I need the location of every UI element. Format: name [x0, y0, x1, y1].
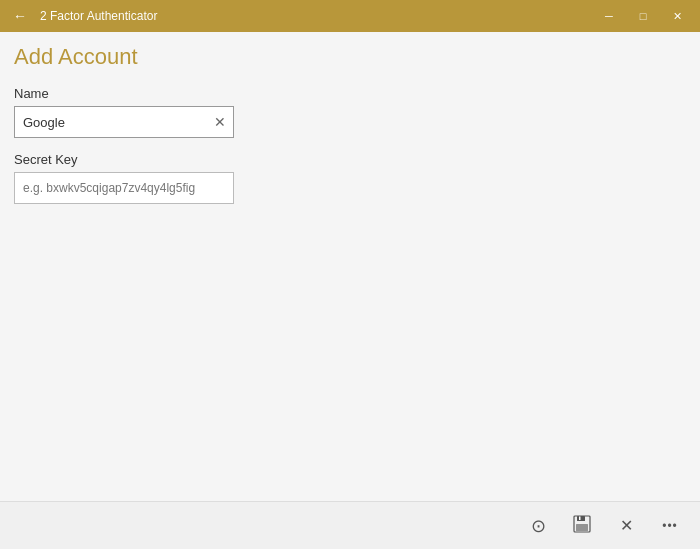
secret-key-label: Secret Key	[14, 152, 686, 167]
svg-rect-1	[577, 516, 585, 521]
save-icon	[573, 515, 591, 537]
content-area: Add Account Name ✕ Secret Key	[0, 32, 700, 501]
camera-button[interactable]: ⊙	[520, 508, 556, 544]
back-icon: ←	[13, 8, 27, 24]
more-button[interactable]: •••	[652, 508, 688, 544]
camera-icon: ⊙	[531, 515, 546, 537]
minimize-button[interactable]: ─	[594, 6, 624, 26]
clear-icon: ✕	[214, 114, 226, 130]
title-bar: ← 2 Factor Authenticator ─ □ ✕	[0, 0, 700, 32]
title-bar-left: ← 2 Factor Authenticator	[8, 4, 157, 28]
close-button[interactable]: ✕	[662, 6, 692, 26]
maximize-icon: □	[640, 10, 647, 22]
name-input-wrapper: ✕	[14, 106, 234, 138]
name-label: Name	[14, 86, 686, 101]
cancel-icon: ✕	[620, 516, 633, 535]
save-button[interactable]	[564, 508, 600, 544]
back-button[interactable]: ←	[8, 4, 32, 28]
app-window: ← 2 Factor Authenticator ─ □ ✕ Add Accou…	[0, 0, 700, 549]
minimize-icon: ─	[605, 10, 613, 22]
maximize-button[interactable]: □	[628, 6, 658, 26]
secret-key-form-group: Secret Key	[14, 152, 686, 204]
more-icon: •••	[662, 519, 678, 533]
close-icon: ✕	[673, 10, 682, 23]
secret-key-input[interactable]	[14, 172, 234, 204]
content-spacer	[14, 218, 686, 489]
name-input[interactable]	[14, 106, 234, 138]
svg-rect-3	[579, 516, 581, 520]
page-title: Add Account	[14, 44, 686, 70]
window-controls: ─ □ ✕	[594, 6, 692, 26]
svg-rect-2	[576, 524, 588, 531]
app-title: 2 Factor Authenticator	[40, 9, 157, 23]
bottom-bar: ⊙ ✕ •••	[0, 501, 700, 549]
cancel-button[interactable]: ✕	[608, 508, 644, 544]
clear-name-button[interactable]: ✕	[210, 112, 230, 132]
name-form-group: Name ✕	[14, 86, 686, 138]
